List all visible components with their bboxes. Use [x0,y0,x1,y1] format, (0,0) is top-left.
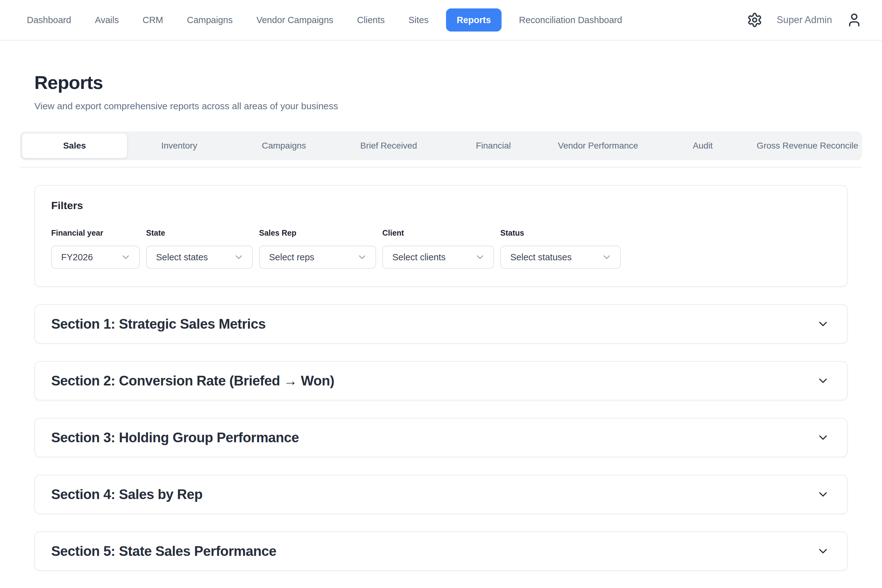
section-title: Section 4: Sales by Rep [51,487,202,502]
chevron-down-icon [120,252,131,262]
nav-item-clients[interactable]: Clients [351,15,391,25]
chevron-down-icon [816,374,830,387]
sales-rep-select[interactable]: Select reps [259,246,376,269]
nav-item-avails[interactable]: Avails [88,15,125,25]
tab-audit[interactable]: Audit [650,134,755,158]
filters-row: Financial year FY2026 State Select state… [51,228,831,269]
filter-status: Status Select statuses [500,228,621,269]
state-select[interactable]: Select states [146,246,253,269]
chevron-down-icon [816,431,830,444]
chevron-down-icon [602,252,612,262]
chevron-down-icon [475,252,485,262]
state-label: State [146,228,253,237]
nav-right-group: Super Admin [747,12,862,28]
section-accordion-5[interactable]: Section 5: State Sales Performance [34,531,848,571]
filter-sales-rep: Sales Rep Select reps [259,228,376,269]
filters-heading: Filters [51,200,831,212]
top-navigation: Dashboard Avails CRM Campaigns Vendor Ca… [0,0,882,40]
tab-sales[interactable]: Sales [22,134,127,158]
tab-vendor-performance[interactable]: Vendor Performance [546,134,651,158]
user-name-label: Super Admin [777,14,832,26]
section-title: Section 1: Strategic Sales Metrics [51,316,266,332]
sales-rep-label: Sales Rep [259,228,376,237]
state-value: Select states [156,252,208,262]
status-label: Status [500,228,621,237]
section-title: Section 5: State Sales Performance [51,543,276,559]
nav-item-reconciliation-dashboard[interactable]: Reconciliation Dashboard [513,15,628,25]
page-subtitle: View and export comprehensive reports ac… [34,101,848,111]
chevron-down-icon [816,544,830,558]
tabs-divider [20,167,862,168]
nav-item-dashboard[interactable]: Dashboard [21,15,77,25]
status-value: Select statuses [510,252,572,262]
nav-item-reports[interactable]: Reports [446,8,501,32]
client-value: Select clients [392,252,446,262]
chevron-down-icon [234,252,244,262]
status-select[interactable]: Select statuses [500,246,621,269]
filter-financial-year: Financial year FY2026 [51,228,140,269]
chevron-down-icon [816,317,830,330]
tab-financial[interactable]: Financial [441,134,546,158]
user-icon[interactable] [846,12,862,28]
filter-client: Client Select clients [382,228,494,269]
tab-inventory[interactable]: Inventory [127,134,232,158]
report-tabs: Sales Inventory Campaigns Brief Received… [20,131,862,168]
nav-item-sites[interactable]: Sites [402,15,435,25]
filters-card: Filters Financial year FY2026 State Sele… [34,185,848,287]
filter-state: State Select states [146,228,253,269]
tab-gross-revenue-reconcile[interactable]: Gross Revenue Reconcile [755,134,860,158]
financial-year-select[interactable]: FY2026 [51,246,140,269]
section-title: Section 2: Conversion Rate (Briefed → Wo… [51,373,334,388]
client-label: Client [382,228,494,237]
section-accordion-2[interactable]: Section 2: Conversion Rate (Briefed → Wo… [34,361,848,400]
chevron-down-icon [357,252,368,262]
tab-brief-received[interactable]: Brief Received [336,134,441,158]
nav-item-vendor-campaigns[interactable]: Vendor Campaigns [250,15,340,25]
page-title: Reports [34,72,848,93]
tab-campaigns[interactable]: Campaigns [232,134,336,158]
section-accordion-1[interactable]: Section 1: Strategic Sales Metrics [34,304,848,344]
section-accordion-4[interactable]: Section 4: Sales by Rep [34,475,848,514]
nav-item-campaigns[interactable]: Campaigns [181,15,239,25]
section-title: Section 3: Holding Group Performance [51,430,299,446]
client-select[interactable]: Select clients [382,246,494,269]
nav-item-crm[interactable]: CRM [136,15,170,25]
section-accordion-3[interactable]: Section 3: Holding Group Performance [34,418,848,457]
tab-list: Sales Inventory Campaigns Brief Received… [20,131,862,160]
financial-year-label: Financial year [51,228,140,237]
sales-rep-value: Select reps [269,252,314,262]
chevron-down-icon [816,488,830,501]
gear-icon[interactable] [747,12,762,28]
financial-year-value: FY2026 [61,252,93,262]
